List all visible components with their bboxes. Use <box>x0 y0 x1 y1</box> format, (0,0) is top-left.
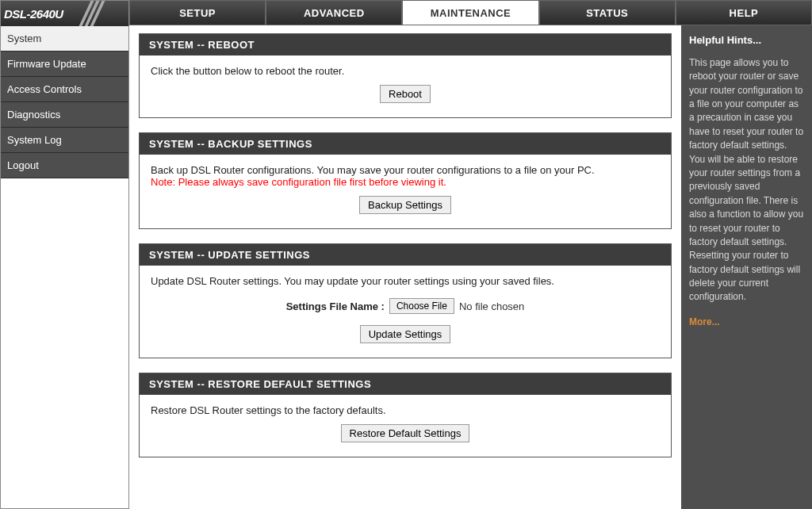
device-model: DSL-2640U <box>1 7 63 21</box>
content-wrap: SYSTEM -- REBOOT Click the button below … <box>129 25 812 509</box>
logo-box: DSL-2640U <box>1 1 128 26</box>
help-more-link[interactable]: More... <box>689 316 720 329</box>
restore-default-settings-button[interactable]: Restore Default Settings <box>341 424 470 442</box>
reboot-button[interactable]: Reboot <box>380 85 431 103</box>
sidebar-item-diagnostics[interactable]: Diagnostics <box>1 102 128 128</box>
sidebar-item-system-log[interactable]: System Log <box>1 128 128 153</box>
tab-help[interactable]: HELP <box>676 0 812 25</box>
panel-update-text: Update DSL Router settings. You may upda… <box>151 275 660 287</box>
file-row: Settings File Name : Choose File No file… <box>151 298 660 314</box>
panel-update-title: SYSTEM -- UPDATE SETTINGS <box>140 244 671 266</box>
tab-maintenance[interactable]: MAINTENANCE <box>402 0 538 25</box>
panel-restore: SYSTEM -- RESTORE DEFAULT SETTINGS Resto… <box>139 373 672 457</box>
panel-reboot-body: Click the button below to reboot the rou… <box>140 55 671 117</box>
panel-backup-note: Note: Please always save configuration f… <box>151 176 446 188</box>
choose-file-button[interactable]: Choose File <box>389 298 454 314</box>
main-column: SETUP ADVANCED MAINTENANCE STATUS HELP S… <box>129 0 812 509</box>
backup-button-row: Backup Settings <box>151 196 660 214</box>
panel-restore-title: SYSTEM -- RESTORE DEFAULT SETTINGS <box>140 373 671 395</box>
panel-backup-text: Back up DSL Router configurations. You m… <box>151 164 595 176</box>
help-body: This page allows you to reboot your rout… <box>689 56 804 304</box>
panel-backup-title: SYSTEM -- BACKUP SETTINGS <box>140 133 671 155</box>
panel-update-body: Update DSL Router settings. You may upda… <box>140 266 671 358</box>
panel-update: SYSTEM -- UPDATE SETTINGS Update DSL Rou… <box>139 243 672 358</box>
panel-reboot-title: SYSTEM -- REBOOT <box>140 34 671 55</box>
tab-status[interactable]: STATUS <box>539 0 676 25</box>
sidebar: DSL-2640U System Firmware Update Access … <box>0 0 129 509</box>
reboot-button-row: Reboot <box>151 85 660 103</box>
update-button-row: Update Settings <box>151 325 660 343</box>
sidebar-item-access-controls[interactable]: Access Controls <box>1 77 128 102</box>
restore-button-row: Restore Default Settings <box>151 424 660 442</box>
panel-restore-body: Restore DSL Router settings to the facto… <box>140 395 671 457</box>
app-root: DSL-2640U System Firmware Update Access … <box>0 0 812 509</box>
help-heading: Helpful Hints... <box>689 33 804 48</box>
sidebar-item-system[interactable]: System <box>1 26 128 52</box>
no-file-chosen-text: No file chosen <box>459 300 524 312</box>
panel-backup-body: Back up DSL Router configurations. You m… <box>140 155 671 228</box>
panel-reboot: SYSTEM -- REBOOT Click the button below … <box>139 33 672 118</box>
help-column: Helpful Hints... This page allows you to… <box>681 25 812 509</box>
sidebar-item-logout[interactable]: Logout <box>1 153 128 178</box>
panels-area: SYSTEM -- REBOOT Click the button below … <box>129 25 681 509</box>
panel-backup: SYSTEM -- BACKUP SETTINGS Back up DSL Ro… <box>139 132 672 229</box>
update-settings-button[interactable]: Update Settings <box>360 325 451 343</box>
backup-settings-button[interactable]: Backup Settings <box>359 196 451 214</box>
top-tabs: SETUP ADVANCED MAINTENANCE STATUS HELP <box>129 0 812 25</box>
tab-advanced[interactable]: ADVANCED <box>266 0 402 25</box>
sidebar-item-firmware-update[interactable]: Firmware Update <box>1 52 128 77</box>
panel-restore-text: Restore DSL Router settings to the facto… <box>151 404 660 416</box>
logo-stripes-icon <box>79 1 115 26</box>
settings-file-label: Settings File Name : <box>286 300 385 312</box>
side-nav: System Firmware Update Access Controls D… <box>1 26 128 178</box>
tab-setup[interactable]: SETUP <box>129 0 266 25</box>
panel-reboot-text: Click the button below to reboot the rou… <box>151 65 660 77</box>
